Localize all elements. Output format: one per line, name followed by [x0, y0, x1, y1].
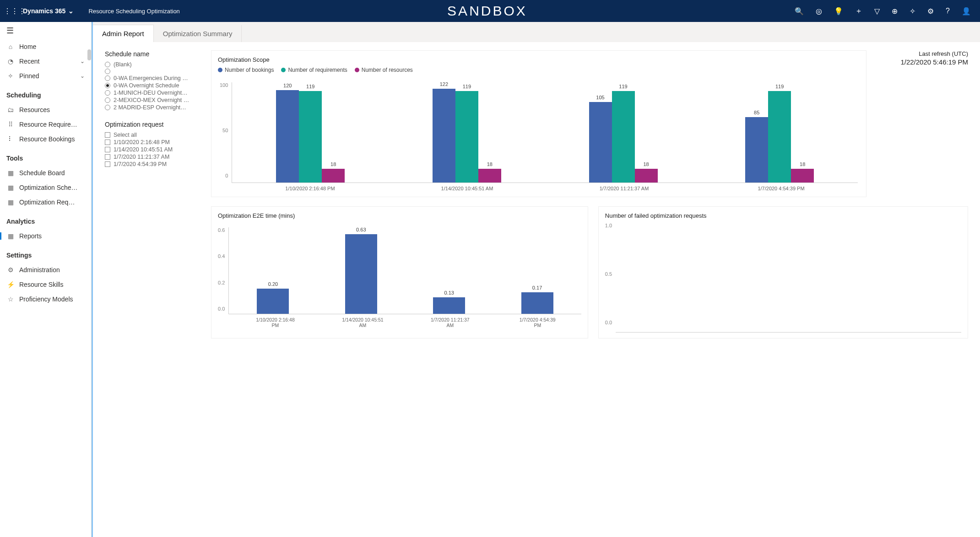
legend-dot — [218, 68, 222, 72]
nav-item-pinned[interactable]: ✧Pinned⌄ — [0, 69, 91, 83]
schedule-option[interactable] — [105, 69, 201, 74]
main-region: Admin ReportOptimization Summary Schedul… — [92, 22, 980, 537]
bar[interactable]: 0.20 — [257, 289, 289, 314]
legend-item[interactable]: Number of resources — [355, 67, 413, 73]
nav-label: Pinned — [19, 72, 39, 80]
product-switcher[interactable]: Dynamics 365 ⌄ — [23, 7, 74, 15]
nav-icon: ⠇ — [6, 135, 15, 143]
nav-icon: ☆ — [6, 295, 15, 303]
chevron-down-icon: ⌄ — [80, 58, 85, 64]
chart-title: Optimization Scope — [218, 56, 860, 63]
bar-group: 10511918 — [554, 91, 692, 183]
nav-icon: ⚡ — [6, 281, 15, 288]
checkbox-icon — [105, 154, 110, 160]
plus-icon[interactable]: ＋ — [855, 6, 862, 16]
bar[interactable]: 0.63 — [345, 234, 377, 314]
bar[interactable]: 122 — [433, 89, 455, 183]
nav-item[interactable]: ⚡Resource Skills — [0, 277, 91, 292]
bar-label: 0.20 — [268, 281, 278, 287]
nav-item[interactable]: ⠿Resource Require… — [0, 117, 91, 132]
schedule-name-label: Schedule name — [105, 50, 201, 58]
bar[interactable]: 0.13 — [433, 297, 465, 314]
hamburger-icon[interactable]: ☰ — [0, 22, 91, 39]
user-icon[interactable]: 👤 — [962, 7, 971, 16]
global-topbar: ⋮⋮⋮ Dynamics 365 ⌄ Resource Scheduling O… — [0, 0, 980, 22]
nav-item[interactable]: ☆Proficiency Models — [0, 292, 91, 306]
gear-icon[interactable]: ⚙ — [927, 7, 934, 16]
request-option[interactable]: 1/14/2020 10:45:51 AM — [105, 146, 201, 153]
nav-item[interactable]: 🗂Resources — [0, 102, 91, 117]
schedule-option[interactable]: (Blank) — [105, 61, 201, 68]
schedule-option[interactable]: 0-WA Overnight Schedule — [105, 82, 201, 89]
legend-dot — [281, 68, 286, 72]
nav-label: Resource Bookings — [19, 135, 75, 143]
nav-label: Optimization Sche… — [19, 184, 78, 191]
help-icon[interactable]: ? — [946, 7, 950, 15]
bar[interactable]: 119 — [455, 91, 478, 183]
request-option[interactable]: 1/10/2020 2:16:48 PM — [105, 139, 201, 145]
bulb-icon[interactable]: 💡 — [834, 7, 843, 16]
filter-icon[interactable]: ▽ — [874, 7, 880, 16]
chart-title: Number of failed optimization requests — [605, 212, 961, 219]
nav-icon: ✧ — [6, 72, 15, 80]
checkbox-icon — [105, 140, 110, 145]
puzzle-icon[interactable]: ✧ — [910, 7, 915, 16]
x-label: 1/14/2020 10:45:51AM — [324, 317, 401, 328]
bar[interactable]: 119 — [768, 91, 791, 183]
product-name: Dynamics 365 — [23, 7, 65, 15]
bar[interactable]: 18 — [478, 169, 501, 183]
nav-icon: 🗂 — [6, 106, 15, 113]
schedule-option[interactable]: 0-WA Emergencies During … — [105, 75, 201, 81]
request-option[interactable]: Select all — [105, 132, 201, 138]
checkbox-icon — [105, 161, 110, 167]
bar-label: 0.63 — [356, 227, 366, 232]
chevron-down-icon: ⌄ — [80, 73, 85, 79]
option-label: 2-MEXICO-MEX Overnight … — [114, 97, 189, 103]
legend-item[interactable]: Number of requirements — [281, 67, 347, 73]
bar-group: 8511918 — [711, 91, 849, 183]
bar[interactable]: 119 — [612, 91, 635, 183]
bar[interactable]: 18 — [635, 169, 658, 183]
legend-dot — [355, 68, 359, 72]
bar[interactable]: 85 — [745, 117, 768, 183]
radio-icon — [105, 83, 110, 88]
nav-item[interactable]: ⠇Resource Bookings — [0, 132, 91, 146]
nav-item[interactable]: ▦Optimization Req… — [0, 195, 91, 209]
scrollbar-thumb[interactable] — [87, 49, 91, 60]
nav-item[interactable]: ▦Schedule Board — [0, 166, 91, 180]
nav-icon: ⌂ — [6, 43, 15, 50]
bar[interactable]: 18 — [322, 169, 345, 183]
schedule-option[interactable]: 2 MADRID-ESP Overnight… — [105, 104, 201, 111]
legend-item[interactable]: Number of bookings — [218, 67, 274, 73]
tab-admin-report[interactable]: Admin Report — [93, 25, 154, 42]
nav-icon: ◔ — [6, 58, 15, 65]
target-icon[interactable]: ◎ — [816, 7, 822, 16]
bar-label: 18 — [330, 161, 336, 167]
tab-optimization-summary[interactable]: Optimization Summary — [154, 25, 242, 42]
search-icon[interactable]: 🔍 — [795, 7, 804, 16]
bar[interactable]: 0.17 — [521, 292, 553, 314]
nav-item[interactable]: ▦Reports — [0, 229, 91, 243]
nav-item-recent[interactable]: ◔Recent⌄ — [0, 54, 91, 69]
waffle-icon[interactable]: ⋮⋮⋮ — [4, 7, 18, 16]
bar-label: 18 — [487, 161, 493, 167]
nav-item[interactable]: ▦Optimization Sche… — [0, 180, 91, 195]
nav-label: Resource Skills — [19, 281, 63, 288]
nav-item[interactable]: ⚙Administration — [0, 263, 91, 277]
nav-item-home[interactable]: ⌂Home — [0, 39, 91, 54]
bar[interactable]: 120 — [276, 90, 299, 183]
request-option[interactable]: 1/7/2020 4:54:39 PM — [105, 161, 201, 167]
schedule-option[interactable]: 2-MEXICO-MEX Overnight … — [105, 97, 201, 103]
bar-label: 120 — [283, 83, 292, 88]
optimization-scope-chart: Optimization Scope Number of bookingsNum… — [211, 50, 866, 197]
bar-label: 119 — [619, 84, 627, 89]
bar[interactable]: 119 — [299, 91, 322, 183]
add-circle-icon[interactable]: ⊕ — [892, 7, 898, 16]
bar[interactable]: 18 — [791, 169, 814, 183]
chart-title: Optimization E2E time (mins) — [218, 212, 581, 219]
bar-label: 119 — [306, 84, 314, 89]
app-name: Resource Scheduling Optimization — [88, 8, 179, 15]
schedule-option[interactable]: 1-MUNICH-DEU Overnight… — [105, 90, 201, 96]
bar[interactable]: 105 — [589, 102, 612, 183]
request-option[interactable]: 1/7/2020 11:21:37 AM — [105, 154, 201, 160]
